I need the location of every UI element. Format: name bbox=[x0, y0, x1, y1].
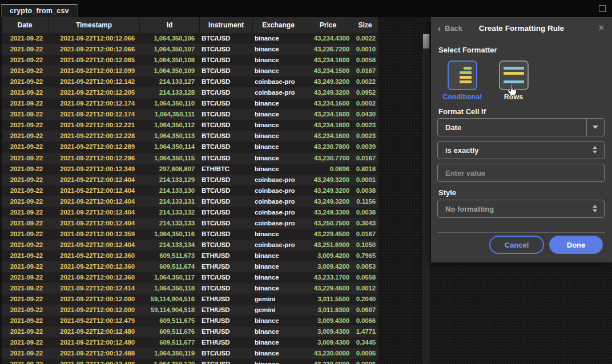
cell-id[interactable]: 214,133,133 bbox=[140, 218, 200, 229]
cell-id[interactable]: 214,133,128 bbox=[140, 87, 200, 98]
cell-date[interactable]: 2021-09-22 bbox=[2, 359, 49, 364]
table-row[interactable]: 2021-09-222021-09-22T12:00:12.1741,064,3… bbox=[2, 109, 379, 120]
cell-price[interactable]: 43,234.1600 bbox=[304, 55, 352, 66]
cell-size[interactable]: 0.0038 bbox=[352, 207, 379, 218]
cell-timestamp[interactable]: 2021-09-22T12:00:12.221 bbox=[49, 120, 140, 131]
cell-date[interactable]: 2021-09-22 bbox=[2, 316, 49, 326]
cell-timestamp[interactable]: 2021-09-22T12:00:12.066 bbox=[49, 44, 140, 55]
cell-timestamp[interactable]: 2021-09-22T12:00:12.066 bbox=[49, 33, 140, 44]
cell-id[interactable]: 609,511,674 bbox=[140, 261, 200, 272]
cell-exchange[interactable]: gemini bbox=[253, 305, 304, 316]
cell-instrument[interactable]: BTC/USD bbox=[200, 98, 253, 109]
cell-size[interactable]: 0.1156 bbox=[352, 196, 379, 207]
cell-exchange[interactable]: binance bbox=[253, 337, 304, 348]
cell-exchange[interactable]: binance bbox=[253, 120, 304, 131]
cell-timestamp[interactable]: 2021-09-22T12:00:12.174 bbox=[49, 98, 140, 109]
cell-date[interactable]: 2021-09-22 bbox=[2, 98, 49, 109]
cell-id[interactable]: 1,064,350,118 bbox=[140, 283, 200, 294]
table-row[interactable]: 2021-09-222021-09-22T12:00:12.360609,511… bbox=[2, 250, 379, 261]
cell-date[interactable]: 2021-09-22 bbox=[2, 175, 49, 185]
cell-timestamp[interactable]: 2021-09-22T12:00:12.205 bbox=[49, 87, 140, 98]
cell-size[interactable]: 0.0010 bbox=[352, 44, 379, 55]
cell-price[interactable]: 43,233.1700 bbox=[304, 272, 352, 283]
cell-date[interactable]: 2021-09-22 bbox=[2, 33, 49, 44]
cell-size[interactable]: 0.7965 bbox=[352, 250, 379, 261]
cell-size[interactable]: 0.3043 bbox=[352, 218, 379, 229]
cell-size[interactable]: 0.0006 bbox=[352, 359, 379, 364]
table-row[interactable]: 2021-09-222021-09-22T12:00:12.404214,133… bbox=[2, 218, 379, 229]
cell-exchange[interactable]: coinbase-pro bbox=[253, 76, 304, 87]
cell-instrument[interactable]: BTC/USD bbox=[200, 175, 253, 185]
cell-exchange[interactable]: coinbase-pro bbox=[253, 87, 304, 98]
cell-timestamp[interactable]: 2021-09-22T12:00:12.349 bbox=[49, 164, 140, 175]
cell-date[interactable]: 2021-09-22 bbox=[2, 250, 49, 261]
table-row[interactable]: 2021-09-222021-09-22T12:00:12.0661,064,3… bbox=[2, 33, 379, 44]
cell-timestamp[interactable]: 2021-09-22T12:00:12.404 bbox=[49, 185, 140, 196]
cell-size[interactable]: 0.0053 bbox=[352, 261, 379, 272]
column-header-size[interactable]: Size bbox=[352, 17, 379, 33]
cell-id[interactable]: 214,133,129 bbox=[140, 175, 200, 185]
cell-instrument[interactable]: BTC/USD bbox=[200, 109, 253, 120]
cell-timestamp[interactable]: 2021-09-22T12:00:12.289 bbox=[49, 141, 140, 152]
cell-timestamp[interactable]: 2021-09-22T12:00:12.296 bbox=[49, 153, 140, 164]
cell-size[interactable]: 0.0022 bbox=[352, 76, 379, 87]
cell-timestamp[interactable]: 2021-09-22T12:00:12.498 bbox=[49, 359, 140, 364]
cell-size[interactable]: 0.1050 bbox=[352, 240, 379, 250]
cell-timestamp[interactable]: 2021-09-22T12:00:12.404 bbox=[49, 175, 140, 185]
cell-instrument[interactable]: BTC/USD bbox=[200, 44, 253, 55]
cell-price[interactable]: 43,251.6900 bbox=[304, 240, 352, 250]
cell-size[interactable]: 0.3445 bbox=[352, 337, 379, 348]
cell-id[interactable]: 1,064,350,119 bbox=[140, 348, 200, 359]
table-row[interactable]: 2021-09-222021-09-22T12:00:12.404214,133… bbox=[2, 175, 379, 185]
formatter-conditional-tile[interactable] bbox=[448, 60, 477, 90]
cell-id[interactable]: 609,511,673 bbox=[140, 250, 200, 261]
cell-id[interactable]: 59,114,904,518 bbox=[140, 305, 200, 316]
cell-price[interactable]: 43,249.3200 bbox=[304, 87, 352, 98]
cell-size[interactable]: 0.0607 bbox=[352, 305, 379, 316]
cell-date[interactable]: 2021-09-22 bbox=[2, 153, 49, 164]
cell-date[interactable]: 2021-09-22 bbox=[2, 87, 49, 98]
cell-size[interactable]: 0.0001 bbox=[352, 175, 379, 185]
cell-instrument[interactable]: BTC/USD bbox=[200, 348, 253, 359]
cell-instrument[interactable]: BTC/USD bbox=[200, 185, 253, 196]
cell-price[interactable]: 0.0696 bbox=[304, 164, 352, 175]
operator-select[interactable]: is exactly bbox=[437, 141, 605, 159]
cell-instrument[interactable]: BTC/USD bbox=[200, 55, 253, 66]
cell-exchange[interactable]: binance bbox=[253, 283, 304, 294]
cell-timestamp[interactable]: 2021-09-22T12:00:12.480 bbox=[49, 326, 140, 337]
cell-id[interactable]: 1,064,350,107 bbox=[140, 44, 200, 55]
cell-price[interactable]: 43,249.3300 bbox=[304, 207, 352, 218]
cell-exchange[interactable]: binance bbox=[253, 33, 304, 44]
cell-timestamp[interactable]: 2021-09-22T12:00:12.414 bbox=[49, 283, 140, 294]
cell-instrument[interactable]: ETH/BTC bbox=[200, 164, 253, 175]
cell-exchange[interactable]: coinbase-pro bbox=[253, 218, 304, 229]
cell-size[interactable]: 0.0023 bbox=[352, 131, 379, 141]
cell-instrument[interactable]: BTC/USD bbox=[200, 131, 253, 141]
cell-date[interactable]: 2021-09-22 bbox=[2, 272, 49, 283]
column-header-date[interactable]: Date bbox=[2, 17, 49, 33]
table-row[interactable]: 2021-09-222021-09-22T12:00:12.4981,064,3… bbox=[2, 359, 379, 364]
table-row[interactable]: 2021-09-222021-09-22T12:00:12.480609,511… bbox=[2, 337, 379, 348]
table-row[interactable]: 2021-09-222021-09-22T12:00:12.404214,133… bbox=[2, 240, 379, 250]
table-row[interactable]: 2021-09-222021-09-22T12:00:12.205214,133… bbox=[2, 87, 379, 98]
cell-instrument[interactable]: BTC/USD bbox=[200, 240, 253, 250]
cell-price[interactable]: 43,236.7200 bbox=[304, 44, 352, 55]
cell-exchange[interactable]: binance bbox=[253, 131, 304, 141]
cell-exchange[interactable]: binance bbox=[253, 348, 304, 359]
cell-id[interactable]: 214,133,131 bbox=[140, 196, 200, 207]
cell-size[interactable]: 0.0167 bbox=[352, 153, 379, 164]
table-row[interactable]: 2021-09-222021-09-22T12:00:12.360609,511… bbox=[2, 261, 379, 272]
cell-date[interactable]: 2021-09-22 bbox=[2, 196, 49, 207]
cell-exchange[interactable]: coinbase-pro bbox=[253, 240, 304, 250]
cell-price[interactable]: 43,234.1600 bbox=[304, 131, 352, 141]
cell-date[interactable]: 2021-09-22 bbox=[2, 109, 49, 120]
column-header-timestamp[interactable]: Timestamp bbox=[49, 17, 140, 33]
close-icon[interactable]: ✕ bbox=[598, 23, 605, 32]
cell-instrument[interactable]: ETH/USD bbox=[200, 261, 253, 272]
cell-price[interactable]: 3,009.4200 bbox=[304, 250, 352, 261]
table-row[interactable]: 2021-09-222021-09-22T12:00:12.3601,064,3… bbox=[2, 272, 379, 283]
cell-timestamp[interactable]: 2021-09-22T12:00:12.099 bbox=[49, 66, 140, 76]
table-row[interactable]: 2021-09-222021-09-22T12:00:12.142214,133… bbox=[2, 76, 379, 87]
cell-date[interactable]: 2021-09-22 bbox=[2, 229, 49, 240]
cell-date[interactable]: 2021-09-22 bbox=[2, 185, 49, 196]
